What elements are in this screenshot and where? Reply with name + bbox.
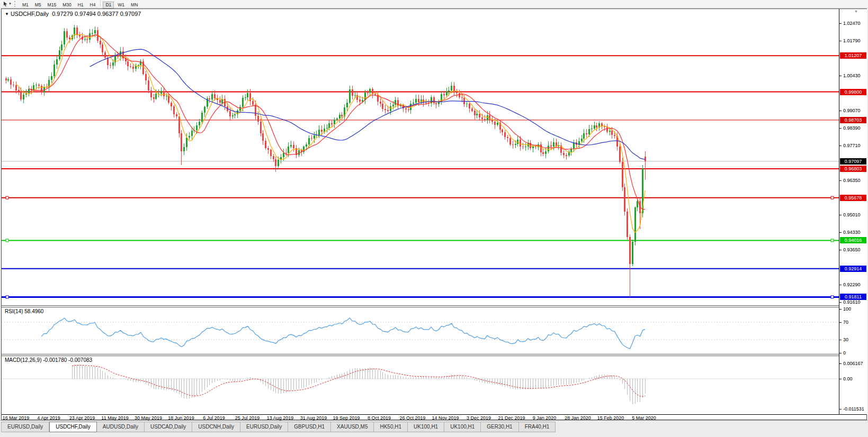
price-tick-label: 0.91610: [843, 299, 861, 305]
macd-tick-label: 0.006167: [843, 361, 863, 366]
axis-tick: [839, 76, 842, 76]
price-tick-label: 0.95010: [843, 212, 861, 217]
rsi-indicator-label: RSI(14) 58.4960: [5, 308, 43, 314]
date-tick-label: 21 Dec 2019: [493, 415, 530, 421]
chart-tab-hk50-h1[interactable]: HK50,H1: [374, 422, 408, 432]
timeframe-button-w1[interactable]: W1: [115, 2, 127, 8]
timeframe-button-m15[interactable]: M15: [45, 2, 59, 8]
chart-tab-uk100-h1[interactable]: UK100,H1: [408, 422, 444, 432]
date-tick-label: 31 Aug 2019: [295, 415, 332, 421]
current-price-badge: 0.97097: [840, 158, 866, 165]
panel-divider[interactable]: [2, 354, 866, 356]
date-tick-label: 4 Apr 2019: [30, 415, 67, 421]
price-chart-canvas[interactable]: [2, 9, 839, 305]
price-tick-label: 0.94330: [843, 230, 861, 235]
chart-collapse-arrow[interactable]: ▼: [5, 12, 9, 16]
date-tick-label: 11 May 2019: [96, 415, 133, 421]
line-handle[interactable]: [831, 196, 834, 199]
ma-mid-line: [29, 35, 645, 210]
price-tick-label: 0.93650: [843, 247, 861, 252]
chart-shift-marker[interactable]: ▼: [854, 10, 858, 13]
price-tick-label: 0.97710: [843, 143, 861, 148]
toolbar-separator: [100, 1, 101, 6]
price-level-badge: 1.01207: [840, 52, 866, 59]
date-tick-label: 5 Mar 2020: [625, 415, 663, 421]
chart-tab-usdchf-daily[interactable]: USDCHF,Daily: [49, 422, 97, 432]
chart-tab-ger30-h1[interactable]: GER30,H1: [481, 422, 518, 432]
toolbar-grip: [14, 1, 17, 7]
timeframe-button-mn[interactable]: MN: [128, 2, 140, 8]
line-handle[interactable]: [6, 239, 8, 242]
timeframe-button-d1[interactable]: D1: [103, 2, 114, 8]
price-tick-label: 0.99070: [843, 108, 861, 113]
rsi-tick-label: 70: [843, 320, 848, 325]
date-tick-label: 28 Jan 2020: [559, 415, 596, 421]
line-handle[interactable]: [6, 296, 8, 298]
date-tick-label: 6 Jul 2019: [195, 415, 232, 421]
timeframe-button-m5[interactable]: M5: [32, 2, 44, 8]
chart-tab-usdcad-daily[interactable]: USDCAD,Daily: [145, 422, 192, 432]
date-tick-label: 18 Jun 2019: [163, 415, 200, 421]
chart-tab-uk100-h1[interactable]: UK100,H1: [444, 422, 481, 432]
price-tick-label: 0.98390: [843, 125, 861, 131]
axis-tick: [839, 302, 842, 303]
macd-tick-label: 0.00: [843, 376, 853, 381]
price-axis[interactable]: 1.024701.017901.004300.990700.983900.977…: [839, 9, 867, 414]
date-tick-label: 23 Apr 2019: [64, 415, 101, 421]
axis-tick: [839, 250, 842, 250]
price-tick-label: 1.01790: [843, 38, 861, 43]
rsi-tick-label: 30: [843, 337, 848, 342]
axis-tick: [839, 363, 842, 364]
pointer-arrow-icon: [3, 1, 8, 7]
ma-slow-line: [90, 49, 646, 159]
rsi-tick-label: 0: [843, 350, 846, 356]
axis-tick: [839, 215, 842, 215]
axis-tick: [839, 340, 842, 340]
axis-tick: [839, 145, 842, 146]
price-tick-label: 0.92290: [843, 282, 861, 287]
timeframe-button-m30[interactable]: M30: [60, 2, 74, 8]
timeframe-button-m1[interactable]: M1: [20, 2, 31, 8]
timeframe-toolbar: ▼ M1M5M15M30H1H4D1W1MN: [0, 0, 868, 8]
timeframe-buttons: M1M5M15M30H1H4D1W1MN: [19, 0, 141, 8]
line-handle[interactable]: [831, 296, 834, 298]
date-tick-label: 25 Jul 2019: [229, 415, 266, 421]
macd-chart-canvas[interactable]: [2, 356, 839, 414]
chart-tab-xauusd-m5[interactable]: XAUUSD,M5: [331, 422, 374, 432]
price-tick-label: 1.00430: [843, 73, 861, 78]
rsi-tick-label: 100: [843, 306, 851, 312]
date-tick-label: 16 Mar 2019: [0, 415, 34, 421]
date-tick-label: 15 Feb 2020: [592, 415, 629, 421]
price-level-badge: 0.94016: [840, 237, 866, 243]
timeframe-button-h4[interactable]: H4: [87, 2, 99, 8]
line-handle[interactable]: [831, 239, 834, 242]
chart-tab-eurusd-daily[interactable]: EURUSD,Daily: [240, 422, 288, 432]
axis-tick: [839, 285, 842, 285]
chart-title: ▼USDCHF,Daily 0.97279 0.97494 0.96377 0.…: [5, 11, 141, 17]
date-tick-label: 8 Oct 2019: [361, 415, 398, 421]
date-tick-label: 13 Aug 2019: [262, 415, 299, 421]
chart-tab-gbpusd-h1[interactable]: GBPUSD,H1: [288, 422, 331, 432]
chart-tab-audusd-daily[interactable]: AUDUSD,Daily: [97, 422, 145, 432]
rsi-line: [41, 318, 645, 349]
chart-tab-bar: EURUSD,DailyUSDCHF,DailyAUDUSD,DailyUSDC…: [0, 420, 868, 437]
axis-tick: [839, 353, 842, 353]
chart-tab-eurusd-daily[interactable]: EURUSD,Daily: [1, 422, 49, 432]
timeframe-button-h1[interactable]: H1: [75, 2, 86, 8]
panel-divider[interactable]: [2, 305, 866, 307]
date-tick-label: 3 Dec 2019: [460, 415, 497, 421]
date-tick-label: 9 Jan 2020: [526, 415, 563, 421]
cursor-tool-icon[interactable]: ▼: [2, 1, 13, 7]
line-handle[interactable]: [6, 196, 8, 199]
chevron-down-icon: ▼: [8, 2, 12, 5]
chart-ohlc-values: 0.97279 0.97494 0.96377 0.97097: [52, 11, 141, 17]
chart-tab-usdcnh-daily[interactable]: USDCNH,Daily: [192, 422, 240, 432]
chart-symbol-period: USDCHF,Daily: [11, 11, 49, 17]
date-tick-label: 14 Nov 2019: [427, 415, 464, 421]
rsi-chart-canvas[interactable]: [2, 307, 839, 354]
price-level-badge: 0.95678: [840, 195, 866, 201]
chart-tab-fra40-h1[interactable]: FRA40,H1: [519, 422, 556, 432]
macd-tick-label: -0.011531: [843, 406, 864, 412]
axis-tick: [839, 111, 842, 111]
axis-tick: [839, 409, 842, 409]
